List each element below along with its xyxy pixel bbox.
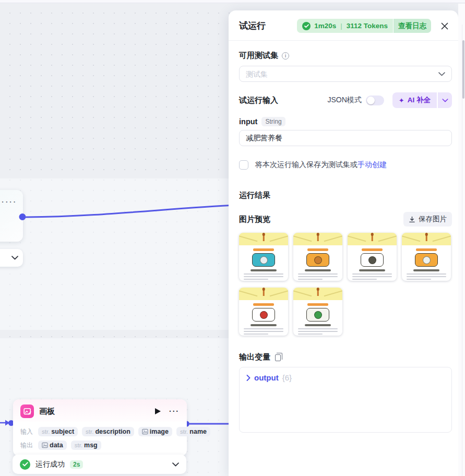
poster-caption-bar bbox=[359, 269, 385, 271]
view-logs-button[interactable]: 查看日志 bbox=[394, 19, 431, 33]
poster-caption-bar bbox=[305, 269, 331, 271]
run-input-section-title: 试运行输入 bbox=[239, 96, 278, 105]
poster-text-lines bbox=[244, 328, 283, 335]
param-name: data bbox=[50, 442, 63, 449]
success-check-icon bbox=[302, 22, 311, 30]
save-as-testset-text: 将本次运行输入保存为测试集或手动创建 bbox=[255, 160, 387, 170]
run-duration: 1m20s bbox=[314, 22, 336, 30]
success-check-icon bbox=[20, 459, 30, 470]
param-badge-subject: str.subject bbox=[38, 427, 78, 436]
poster-caption-bar bbox=[413, 269, 439, 271]
canvas-board-icon bbox=[20, 404, 34, 418]
token-count: 3112 Tokens bbox=[347, 22, 388, 30]
poster-caption-bar bbox=[305, 324, 331, 326]
image-icon bbox=[42, 442, 48, 448]
poster-banner bbox=[348, 233, 397, 245]
param-name: name bbox=[189, 428, 207, 435]
poster-text-lines bbox=[244, 273, 283, 280]
input-param-field[interactable] bbox=[246, 134, 445, 142]
poster-banner bbox=[239, 233, 288, 245]
pin-icon bbox=[317, 288, 319, 296]
close-icon[interactable] bbox=[439, 21, 450, 31]
json-mode-toggle[interactable] bbox=[366, 96, 384, 105]
param-type-badge: String bbox=[261, 117, 285, 126]
run-status-bar[interactable]: 运行成功 2s bbox=[13, 455, 186, 474]
panel-title: 试运行 bbox=[239, 20, 266, 32]
chevron-down-icon[interactable] bbox=[172, 462, 179, 467]
poster-title-bar bbox=[307, 248, 328, 251]
meal-card-2[interactable] bbox=[293, 233, 342, 281]
collapsed-run-status[interactable] bbox=[0, 249, 23, 267]
type-prefix: str. bbox=[180, 429, 188, 435]
param-name: msg bbox=[84, 442, 98, 449]
food-icon bbox=[423, 256, 431, 264]
top-toolbar-edge bbox=[0, 0, 465, 3]
more-menu-icon[interactable]: ·· bbox=[0, 198, 6, 206]
run-node-icon[interactable] bbox=[155, 408, 161, 414]
param-badge-image: image bbox=[138, 427, 172, 436]
run-duration-badge: 2s bbox=[70, 460, 83, 469]
poster-text-lines bbox=[352, 273, 392, 280]
scrollbar-thumb[interactable] bbox=[462, 40, 464, 99]
image-preview-title: 图片预览 bbox=[239, 215, 270, 224]
output-var-row[interactable]: output {6} bbox=[246, 373, 445, 382]
save-images-button[interactable]: 保存图片 bbox=[403, 212, 452, 227]
meal-card-3[interactable] bbox=[348, 233, 397, 281]
meal-card-1[interactable] bbox=[239, 233, 288, 281]
image-icon bbox=[142, 429, 148, 435]
output-vars-box: output {6} bbox=[239, 367, 452, 433]
meal-card-6[interactable] bbox=[293, 288, 342, 336]
manual-create-link[interactable]: 手动创建 bbox=[357, 160, 387, 169]
poster-illustration bbox=[252, 253, 275, 267]
pin-icon bbox=[263, 288, 265, 296]
testset-select-input[interactable] bbox=[246, 70, 438, 78]
download-icon bbox=[409, 216, 415, 223]
chevron-right-icon bbox=[246, 375, 251, 381]
poster-text-lines bbox=[298, 328, 338, 335]
poster-illustration bbox=[361, 253, 384, 267]
save-as-testset-checkbox[interactable] bbox=[239, 160, 248, 170]
board-node-header[interactable]: 画板 ··· bbox=[13, 399, 187, 422]
poster-text-lines bbox=[298, 273, 338, 280]
testset-select[interactable] bbox=[239, 66, 452, 82]
output-vars-title: 输出变量 bbox=[239, 352, 270, 362]
type-prefix: str. bbox=[86, 429, 93, 435]
param-badge-data: data bbox=[38, 441, 67, 450]
chevron-down-icon bbox=[442, 99, 448, 102]
board-node[interactable]: 画板 ··· 输入 str.subjectstr.descriptionimag… bbox=[13, 399, 187, 456]
poster-illustration bbox=[252, 308, 275, 322]
ai-complete-button[interactable]: ✦ AI 补全 bbox=[392, 92, 437, 108]
meal-card-4[interactable] bbox=[402, 233, 451, 281]
output-params: datastr.msg bbox=[38, 441, 101, 450]
poster-illustration bbox=[415, 253, 438, 267]
poster-title-bar bbox=[416, 248, 437, 251]
poster-title-bar bbox=[307, 303, 328, 306]
run-summary-badge: 1m20s | 3112 Tokens 查看日志 bbox=[297, 19, 431, 33]
poster-banner bbox=[293, 288, 342, 300]
outputs-label: 输出 bbox=[20, 441, 34, 450]
food-icon bbox=[314, 311, 322, 319]
partial-node[interactable]: ·· ··· bbox=[0, 190, 23, 242]
param-badge-msg: str.msg bbox=[71, 441, 101, 450]
image-preview-grid bbox=[239, 233, 452, 336]
type-prefix: str. bbox=[75, 442, 82, 448]
chevron-down-icon bbox=[438, 72, 445, 76]
ai-complete-dropdown-button[interactable] bbox=[438, 92, 452, 108]
run-result-title: 运行结果 bbox=[239, 191, 270, 200]
pin-icon bbox=[426, 233, 427, 241]
meal-card-5[interactable] bbox=[239, 288, 288, 336]
node-menu-icon[interactable]: ··· bbox=[169, 407, 180, 415]
copy-icon[interactable] bbox=[275, 354, 281, 361]
poster-illustration bbox=[306, 308, 329, 322]
poster-title-bar bbox=[253, 248, 274, 251]
food-icon bbox=[314, 256, 322, 264]
param-name: image bbox=[150, 428, 169, 435]
separator: | bbox=[340, 22, 343, 30]
more-menu-icon[interactable]: ··· bbox=[6, 198, 17, 206]
info-icon[interactable]: i bbox=[282, 52, 289, 59]
param-name-label: input bbox=[239, 117, 257, 126]
input-param-field-wrap[interactable] bbox=[239, 130, 452, 146]
poster-caption-bar bbox=[251, 269, 277, 271]
testset-section-title: 可用测试集 bbox=[239, 51, 278, 61]
poster-title-bar bbox=[253, 303, 274, 306]
